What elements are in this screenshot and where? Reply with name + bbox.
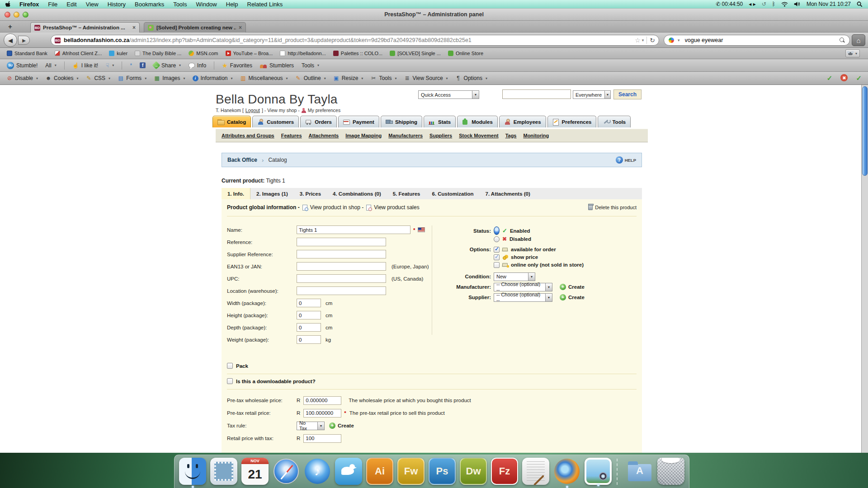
share-dropdown[interactable]: →Share▾ [151, 61, 183, 70]
search-magnifier-icon[interactable] [840, 38, 845, 43]
submenu-stock-movement[interactable]: Stock Movement [459, 133, 498, 138]
tab-features[interactable]: 5. Features [387, 188, 426, 199]
tag-button[interactable]: * [127, 61, 134, 70]
tab-employees[interactable]: Employees [499, 116, 546, 127]
web-search-input[interactable] [685, 37, 837, 43]
dock-illustrator[interactable]: Ai [366, 458, 393, 485]
bookmark-belladonna[interactable]: http://belladonn... [277, 50, 329, 57]
ichat-status-icon[interactable]: ◂ ▸ [749, 1, 755, 7]
home-button[interactable]: ⌂ [852, 34, 865, 46]
new-tab-button[interactable]: + [8, 23, 12, 30]
window-title-bar[interactable]: PrestaShop™ – Administration panel [0, 9, 868, 21]
tab-prestashop[interactable]: BD PrestaShop™ – Administration ... × [30, 22, 140, 33]
dislike-button[interactable]: ☟▾ [104, 61, 116, 70]
enabled-radio[interactable] [494, 226, 500, 235]
web-search-bar[interactable]: ▾ [664, 35, 850, 46]
menu-bookmarks[interactable]: Bookmarks [130, 0, 169, 9]
close-tab-icon[interactable]: × [132, 24, 136, 31]
menu-help[interactable]: Help [222, 0, 243, 9]
dock-twitter[interactable] [335, 458, 362, 485]
tax-rule-select[interactable]: No Tax▾ [297, 422, 325, 430]
submenu-suppliers[interactable]: Suppliers [429, 133, 452, 138]
webdev-images[interactable]: ▦Images▾ [151, 74, 188, 82]
depth-input[interactable] [297, 323, 321, 332]
dock-photoshop[interactable]: Ps [429, 458, 456, 485]
submenu-attachments[interactable]: Attachments [309, 133, 339, 138]
tab-forum[interactable]: [Solved] Problem creating new ... × [144, 22, 246, 33]
bookmark-afrihost[interactable]: Afrihost Client Z... [52, 50, 105, 57]
quick-access-select[interactable]: Quick Access▾ [418, 90, 479, 99]
tab-customization[interactable]: 6. Customization [426, 188, 480, 199]
facebook-share-button[interactable]: f [137, 61, 148, 69]
star-dropdown-icon[interactable]: ▾ [642, 38, 644, 42]
tab-prices[interactable]: 3. Prices [294, 188, 327, 199]
submenu-tags[interactable]: Tags [505, 133, 517, 138]
show-price-checkbox[interactable] [494, 254, 500, 260]
menu-clock[interactable]: Mon Nov 21 10:27 [807, 1, 851, 7]
scrollbar-track[interactable] [861, 85, 868, 453]
bookmark-online-store[interactable]: Online Store [445, 50, 486, 57]
dock-safari[interactable] [273, 458, 300, 485]
submenu-features[interactable]: Features [281, 133, 302, 138]
menu-tools[interactable]: Tools [169, 0, 191, 9]
webdev-forms[interactable]: ▤Forms▾ [115, 74, 149, 82]
width-input[interactable] [297, 299, 321, 307]
condition-select[interactable]: New▾ [494, 272, 535, 281]
submenu-attributes[interactable]: Attributes and Groups [222, 133, 274, 138]
webdev-view-source[interactable]: ≣View Source▾ [401, 74, 450, 82]
bookmark-youtube[interactable]: YouTube – Broa... [222, 50, 276, 57]
admin-search-input[interactable] [502, 89, 571, 99]
downloadable-checkbox[interactable] [227, 378, 233, 384]
manufacturer-select[interactable]: -- Choose (optional) --▾ [494, 283, 552, 291]
retail-input[interactable] [303, 409, 341, 418]
close-tab-icon[interactable]: × [239, 24, 242, 31]
disabled-radio[interactable] [494, 236, 500, 242]
webdev-tools[interactable]: ✂Tools▾ [368, 74, 399, 82]
help-button[interactable]: ? HELP [616, 156, 636, 164]
webdev-css[interactable]: ✎CSS▾ [83, 74, 113, 82]
available-for-order-checkbox[interactable] [494, 247, 500, 253]
retail-with-tax-input[interactable] [303, 434, 341, 443]
tab-shipping[interactable]: Shipping [381, 116, 422, 127]
dock-ical[interactable]: NOV21 [241, 458, 269, 485]
forward-button[interactable]: ▶ [18, 36, 30, 45]
spotlight-icon[interactable] [857, 1, 863, 7]
url-bar[interactable]: BD belladonnafashion.co.za /admin123/ind… [51, 35, 659, 46]
weight-input[interactable] [297, 335, 321, 344]
wifi-icon[interactable] [781, 2, 788, 7]
dock-mail[interactable] [210, 458, 237, 485]
favorites-button[interactable]: ★Favorites [220, 61, 255, 70]
scrollbar-thumb[interactable] [862, 86, 868, 176]
dock-firefox[interactable] [553, 458, 580, 485]
submenu-monitoring[interactable]: Monitoring [523, 133, 549, 138]
tab-modules[interactable]: Modules [457, 116, 498, 127]
create-manufacturer-button[interactable]: +Create [560, 284, 585, 290]
location-input[interactable] [297, 286, 386, 295]
like-button[interactable]: ☝I like it! [70, 61, 100, 70]
stumble-button[interactable]: SUStumble! [5, 61, 40, 70]
tab-stats[interactable]: Stats [424, 116, 456, 127]
submenu-image-mapping[interactable]: Image Mapping [345, 133, 382, 138]
tab-info[interactable]: 1. Info. [222, 188, 250, 199]
tab-customers[interactable]: Customers [252, 116, 299, 127]
upc-input[interactable] [297, 274, 386, 283]
supplier-reference-input[interactable] [297, 250, 386, 258]
name-input[interactable] [297, 225, 410, 234]
webdev-resize[interactable]: ▣Resize▾ [330, 74, 366, 82]
bookmark-standard-bank[interactable]: Standard Bank [4, 50, 51, 57]
reference-input[interactable] [297, 238, 386, 246]
menu-file[interactable]: File [43, 0, 62, 9]
tab-payment[interactable]: Payment [338, 116, 379, 127]
view-product-sales-link[interactable]: View product sales [374, 204, 420, 211]
webdev-disable[interactable]: ⊘Disable▾ [4, 74, 41, 82]
bookmarks-overflow-button[interactable]: ▾ [845, 49, 860, 57]
apple-menu-icon[interactable] [5, 1, 11, 8]
close-window-button[interactable] [5, 12, 10, 18]
view-product-in-shop-link[interactable]: View product in shop - [310, 204, 364, 211]
dock-iphoto[interactable] [585, 458, 612, 485]
search-scope-select[interactable]: Everywhere▾ [573, 90, 611, 99]
dock-fireworks[interactable]: Fw [397, 458, 425, 485]
stumble-all-dropdown[interactable]: All▾ [43, 61, 58, 70]
supplier-select[interactable]: -- Choose (optional) --▾ [494, 293, 552, 302]
create-tax-button[interactable]: +Create [329, 422, 354, 429]
